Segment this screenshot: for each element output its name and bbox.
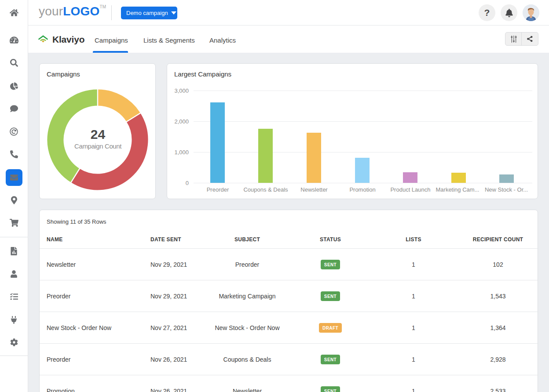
svg-text:Coupons & Deals: Coupons & Deals	[243, 186, 288, 193]
svg-text:1,000: 1,000	[174, 149, 189, 156]
svg-text:Product Launch: Product Launch	[390, 186, 430, 193]
svg-text:0: 0	[186, 180, 189, 186]
svg-text:Promotion: Promotion	[349, 186, 375, 193]
svg-text:2,000: 2,000	[174, 118, 189, 125]
svg-text:Newsletter: Newsletter	[300, 186, 328, 193]
svg-text:3,000: 3,000	[174, 87, 189, 94]
svg-text:Preorder: Preorder	[207, 186, 229, 193]
svg-text:Marketing Cam...: Marketing Cam...	[436, 186, 479, 193]
svg-text:New Stock - Or...: New Stock - Or...	[485, 186, 528, 193]
